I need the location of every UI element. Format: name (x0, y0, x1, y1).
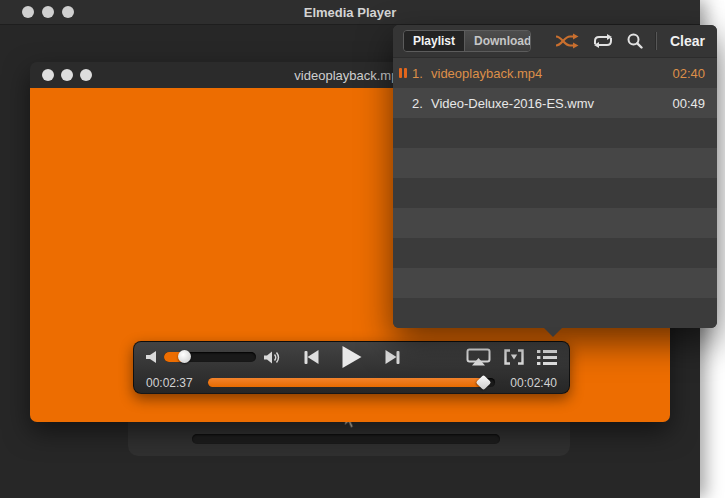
search-button[interactable] (627, 33, 643, 49)
repeat-icon (591, 34, 615, 48)
tab-playlist[interactable]: Playlist (404, 31, 464, 51)
previous-track-button[interactable] (304, 350, 318, 364)
playlist-empty-row (393, 268, 717, 298)
playlist-empty-row (393, 298, 717, 328)
playlist-empty-row (393, 118, 717, 148)
zoom-button[interactable] (62, 6, 74, 18)
shuffle-button[interactable] (555, 33, 579, 49)
zoom-button[interactable] (80, 69, 92, 81)
minimize-button[interactable] (42, 6, 54, 18)
background-seek-track[interactable] (192, 434, 500, 444)
volume-down-icon[interactable] (146, 351, 157, 363)
playlist-rows: 1. videoplayback.mp4 02:40 2. Video-Delu… (393, 58, 717, 328)
item-index: 1. (412, 66, 430, 81)
airplay-icon (466, 348, 491, 366)
item-title: Video-Deluxe-2016-ES.wmv (430, 96, 672, 111)
item-title: videoplayback.mp4 (430, 66, 672, 81)
volume-knob[interactable] (178, 350, 191, 363)
search-icon (627, 33, 643, 49)
playlist-popover: Playlist Downloads (393, 25, 717, 328)
popover-arrow (543, 327, 563, 337)
volume-up-icon[interactable] (263, 351, 281, 364)
playlist-toggle-button[interactable] (537, 350, 557, 365)
pause-state-icon (399, 68, 407, 78)
item-duration: 02:40 (672, 66, 717, 81)
close-button[interactable] (22, 6, 34, 18)
playlist-icon (537, 350, 557, 365)
close-button[interactable] (42, 69, 54, 81)
volume-control (146, 342, 281, 372)
tab-downloads[interactable]: Downloads (464, 31, 531, 51)
video-window-controls (42, 69, 92, 81)
fullscreen-button[interactable] (504, 349, 524, 365)
volume-slider[interactable] (164, 352, 256, 362)
airplay-button[interactable] (466, 348, 491, 366)
playback-control-bar: 00:02:37 00:02:40 (133, 341, 570, 394)
playlist-item-current[interactable]: 1. videoplayback.mp4 02:40 (393, 58, 717, 88)
shuffle-icon (555, 33, 579, 49)
main-window-titlebar[interactable]: Elmedia Player (0, 0, 700, 25)
elapsed-time: 00:02:37 (146, 376, 200, 390)
playlist-empty-row (393, 148, 717, 178)
total-time: 00:02:40 (503, 376, 557, 390)
playlist-empty-row (393, 208, 717, 238)
next-track-icon (385, 350, 396, 364)
playlist-item[interactable]: 2. Video-Deluxe-2016-ES.wmv 00:49 (393, 88, 717, 118)
seek-fill (208, 378, 484, 387)
header-divider (655, 32, 656, 50)
item-index: 2. (412, 96, 430, 111)
repeat-button[interactable] (591, 34, 615, 48)
app-title: Elmedia Player (0, 5, 700, 20)
fullscreen-icon (504, 349, 524, 365)
play-button[interactable] (342, 346, 361, 368)
item-duration: 00:49 (672, 96, 717, 111)
main-window-controls (22, 6, 74, 18)
seek-bar[interactable] (208, 378, 495, 387)
playlist-empty-row (393, 178, 717, 208)
play-icon (342, 346, 361, 368)
minimize-button[interactable] (61, 69, 73, 81)
playlist-empty-row (393, 238, 717, 268)
clear-playlist-button[interactable]: Clear (668, 33, 707, 49)
transport-controls (304, 342, 399, 372)
playlist-tabs: Playlist Downloads (403, 30, 531, 52)
playlist-header: Playlist Downloads (393, 25, 717, 58)
next-track-button[interactable] (385, 350, 399, 364)
